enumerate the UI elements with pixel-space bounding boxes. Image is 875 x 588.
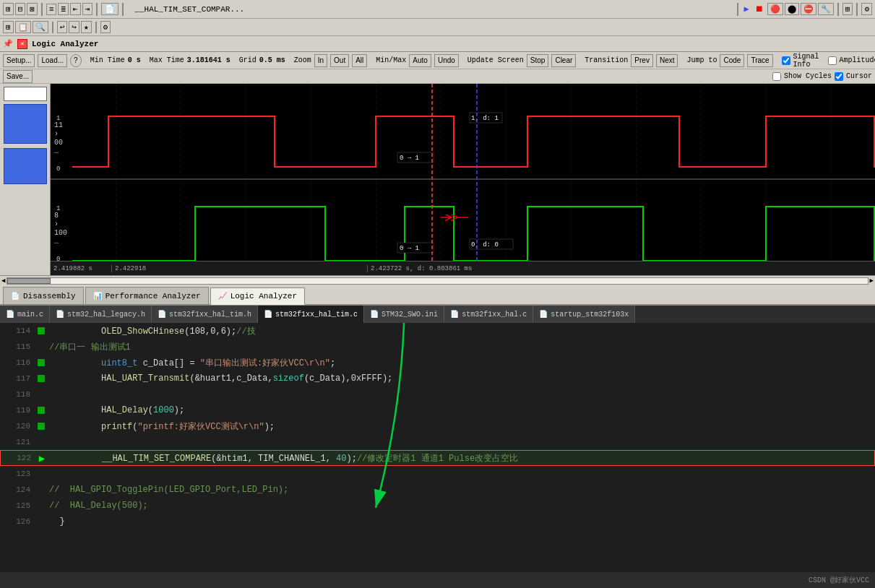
max-time-label: Max Time (150, 56, 184, 64)
file-tab-main-c[interactable]: 📄 main.c (0, 306, 50, 323)
show-cycles-label: Show Cycles (784, 72, 832, 80)
line-num-116: 116 (0, 358, 36, 367)
line-num-114: 114 (0, 327, 36, 335)
waveform-display[interactable]: 11 › 00 … 1 0 8 › 100 … 1 0 (51, 84, 875, 275)
file-tab-hal-tim-c-icon: 📄 (264, 310, 272, 319)
min-time-label: Min Time (90, 56, 125, 64)
waveform-svg: 11 › 00 … 1 0 8 › 100 … 1 0 (51, 84, 875, 275)
update-screen-label: Update Screen (467, 56, 524, 64)
help-button[interactable]: ? (70, 54, 82, 67)
indicator-118 (36, 389, 46, 399)
tb2-icon-5[interactable]: ↪ (69, 21, 79, 33)
scroll-right-arrow[interactable]: ▶ (870, 277, 874, 285)
tb2-icon-3[interactable]: 🔍 (33, 21, 48, 33)
zoom-out-button[interactable]: Out (330, 54, 349, 67)
toolbar-icon-5[interactable]: ≣ (58, 3, 69, 15)
file-tab-main-c-icon: 📄 (6, 310, 14, 319)
la-close-button[interactable]: ✕ (17, 39, 27, 49)
amplitude-checkbox[interactable] (828, 56, 837, 65)
toolbar-icon-stop[interactable]: ⏹ (753, 3, 766, 15)
toolbar-icon-8[interactable]: 📄 (101, 3, 118, 15)
stop-button[interactable]: Stop (527, 54, 549, 67)
indicator-124 (36, 485, 46, 495)
indicator-116 (36, 358, 46, 368)
code-content-124: // HAL_GPIO_TogglePin(LED_GPIO_Port,LED_… (46, 485, 875, 495)
toolbar-icon-9[interactable]: 🔴 (767, 3, 783, 15)
la-scrollbar[interactable]: ◀ ▶ (0, 275, 875, 285)
load-button[interactable]: Load... (38, 54, 67, 67)
file-tab-hal-tim-c[interactable]: 📄 stm32f1xx_hal_tim.c (258, 306, 364, 323)
cursor-checkbox[interactable] (835, 72, 843, 81)
setup-button[interactable]: Setup... (3, 54, 35, 67)
file-tab-hal-tim-c-label: stm32f1xx_hal_tim.c (275, 311, 358, 319)
toolbar-icon-gear[interactable]: ⚙ (861, 3, 872, 15)
line-num-125: 125 (0, 501, 36, 510)
tb2-icon-1[interactable]: ⊞ (3, 21, 14, 33)
scroll-track[interactable] (7, 277, 868, 285)
toolbar-icon-11[interactable]: ⛔ (801, 3, 816, 15)
toolbar-icon-12[interactable]: 🔧 (818, 3, 834, 15)
max-time-value: 3.181641 s (187, 56, 230, 64)
toolbar-icon-4[interactable]: ≡ (46, 4, 57, 15)
show-cycles-checkbox[interactable] (772, 72, 781, 81)
sidebar-input-1[interactable] (4, 87, 47, 101)
svg-text:11: 11 (54, 121, 63, 129)
line-num-122: 122 (1, 454, 37, 462)
toolbar-icon-7[interactable]: ⇥ (82, 3, 93, 15)
zoom-in-button[interactable]: In (314, 54, 327, 67)
sidebar-blue-2 (4, 148, 47, 184)
svg-text:100: 100 (54, 229, 67, 237)
transition-label: Transition (585, 56, 628, 64)
line-num-121: 121 (0, 438, 36, 446)
tb2-icon-6[interactable]: ★ (81, 21, 92, 33)
indicator-122: ▶ (37, 453, 47, 463)
tab-performance-label: Performance Analyzer (105, 292, 201, 301)
scroll-thumb[interactable] (7, 278, 51, 284)
line-num-120: 120 (0, 422, 36, 431)
code-button[interactable]: Code (720, 54, 744, 67)
tab-logic-analyzer[interactable]: 📈 Logic Analyzer (210, 287, 305, 305)
auto-button[interactable]: Auto (409, 54, 431, 67)
file-tab-hal-tim-h[interactable]: 📄 stm32f1xx_hal_tim.h (152, 306, 258, 323)
toolbar-icon-2[interactable]: ⊟ (15, 3, 26, 15)
prev-button[interactable]: Prev (631, 54, 653, 67)
line-num-123: 123 (0, 470, 36, 478)
file-tab-swo-ini[interactable]: 📄 STM32_SWO.ini (364, 306, 444, 323)
toolbar-icon-10[interactable]: ⬤ (785, 3, 799, 15)
code-content-125: // HAL_Delay(500); (46, 501, 875, 511)
line-num-115: 115 (0, 342, 36, 351)
indicator-123 (36, 469, 46, 479)
svg-text:1, d: 1: 1, d: 1 (471, 115, 499, 122)
tb2-icon-2[interactable]: 📋 (15, 21, 31, 33)
zoom-all-button[interactable]: All (352, 54, 367, 67)
toolbar-icon-3[interactable]: ⊠ (27, 3, 38, 15)
file-tab-hal-c-icon: 📄 (450, 310, 459, 319)
file-tab-bar: 📄 main.c 📄 stm32_hal_legacy.h 📄 stm32f1x… (0, 306, 875, 323)
toolbar-row-2: ⊞ 📋 🔍 ↩ ↪ ★ ⚙ (0, 19, 875, 36)
disassembly-icon: 📄 (11, 292, 20, 301)
signal-info-checkbox[interactable] (782, 56, 790, 65)
toolbar-icon-1[interactable]: ⊞ (3, 3, 14, 15)
signal-info-label: Signal Info (793, 53, 819, 69)
tab-performance-analyzer[interactable]: 📊 Performance Analyzer (85, 287, 209, 304)
tab-disassembly[interactable]: 📄 Disassembly (3, 287, 84, 304)
svg-text:›: › (54, 220, 59, 228)
trace-button[interactable]: Trace (747, 54, 772, 67)
save-button[interactable]: Save... (3, 70, 33, 83)
next-button[interactable]: Next (656, 54, 678, 67)
scroll-left-arrow[interactable]: ◀ (1, 277, 5, 285)
undo-button[interactable]: Undo (434, 54, 459, 67)
toolbar-icon-6[interactable]: ⇤ (70, 3, 81, 15)
tb2-icon-7[interactable]: ⚙ (100, 21, 111, 33)
file-tab-hal-legacy[interactable]: 📄 stm32_hal_legacy.h (50, 306, 152, 323)
indicator-114 (36, 326, 46, 336)
svg-text:…: … (54, 147, 59, 155)
tb2-icon-4[interactable]: ↩ (57, 21, 68, 33)
file-tab-hal-c[interactable]: 📄 stm32f1xx_hal.c (444, 306, 533, 323)
code-line-117: 117 HAL_UART_Transmit(&huart1,c_Data,siz… (0, 371, 875, 386)
clear-button[interactable]: Clear (551, 54, 576, 67)
indicator-126 (36, 516, 46, 527)
file-tab-startup[interactable]: 📄 startup_stm32f103x (533, 306, 635, 323)
toolbar-icon-13[interactable]: ⊞ (842, 3, 853, 15)
toolbar-icon-run[interactable]: ▶ (742, 3, 751, 15)
